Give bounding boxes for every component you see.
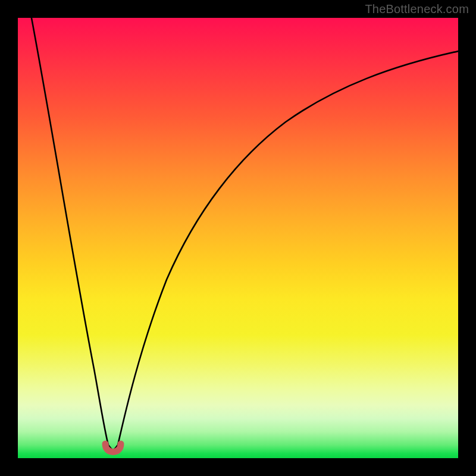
- mismatch-curve: [31, 18, 458, 451]
- watermark-text: TheBottleneck.com: [365, 2, 469, 16]
- plot-area: [18, 18, 458, 458]
- selected-point-marker: [105, 444, 121, 452]
- curve-layer: [18, 18, 458, 458]
- chart-container: TheBottleneck.com: [0, 0, 476, 476]
